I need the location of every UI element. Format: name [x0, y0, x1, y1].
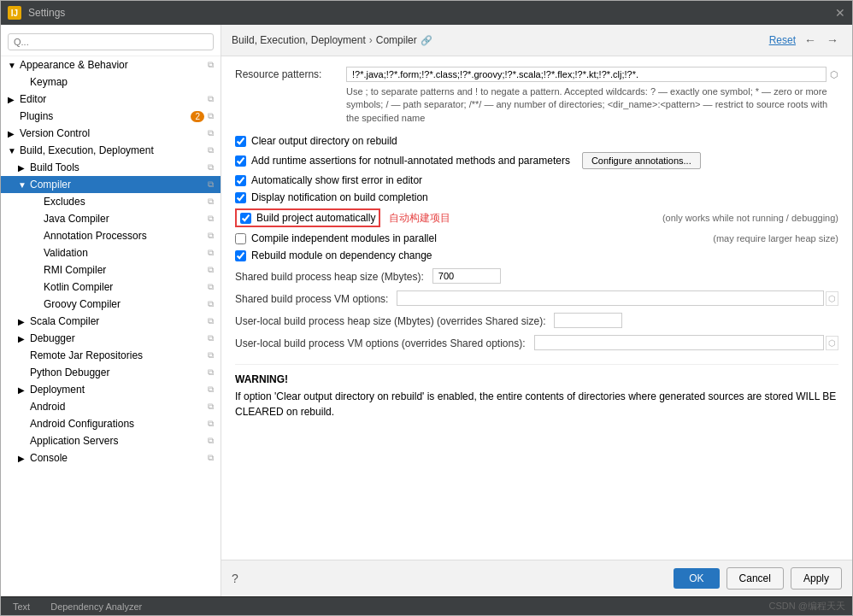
compile-parallel-note: (may require larger heap size) [696, 233, 838, 243]
arrow-icon: ▶ [18, 163, 28, 173]
expand-icon[interactable]: ⬡ [830, 69, 838, 80]
sidebar-item-label: Validation [44, 247, 88, 259]
sidebar-item-excludes[interactable]: Excludes ⧉ [1, 193, 221, 210]
sidebar: ▼ Appearance & Behavior ⧉ Keymap ▶ Edito… [1, 25, 221, 596]
arrow-icon: ▶ [18, 454, 28, 463]
compile-parallel-container: Compile independent modules in parallel … [235, 232, 838, 244]
reset-button[interactable]: Reset [764, 32, 801, 48]
arrow-icon: ▶ [18, 385, 28, 395]
clear-output-label[interactable]: Clear output directory on rebuild [251, 135, 397, 147]
sidebar-item-annotation-processors[interactable]: Annotation Processors ⧉ [1, 227, 221, 244]
resource-patterns-row: Resource patterns: ⬡ Use ; to separate p… [235, 67, 838, 128]
heap-size-row: Shared build process heap size (Mbytes): [235, 268, 838, 284]
compile-parallel-checkbox[interactable] [235, 233, 246, 244]
sidebar-item-rmi-compiler[interactable]: RMI Compiler ⧉ [1, 261, 221, 279]
ext-icon: ⧉ [208, 265, 214, 275]
build-auto-checkbox[interactable] [240, 213, 251, 224]
forward-button[interactable]: → [823, 32, 842, 49]
sidebar-item-build-exec-deploy[interactable]: ▼ Build, Execution, Deployment ⧉ [1, 142, 221, 159]
sidebar-item-label: Remote Jar Repositories [30, 349, 143, 361]
help-icon[interactable]: ? [232, 572, 238, 585]
sidebar-item-label: Annotation Processors [44, 230, 147, 242]
search-input[interactable] [8, 33, 214, 50]
sidebar-item-app-servers[interactable]: Application Servers ⧉ [1, 432, 221, 449]
nav-buttons: ← → [801, 32, 842, 49]
cancel-button[interactable]: Cancel [727, 567, 784, 590]
status-tab-dependency[interactable]: Dependency Analyzer [45, 600, 147, 613]
rebuild-module-label[interactable]: Rebuild module on dependency change [251, 249, 432, 261]
main-header: Build, Execution, Deployment › Compiler … [221, 25, 852, 56]
back-button[interactable]: ← [801, 32, 820, 49]
sidebar-item-editor[interactable]: ▶ Editor ⧉ [1, 91, 221, 108]
build-auto-annotation: 自动构建项目 [389, 211, 450, 226]
sidebar-item-android[interactable]: Android ⧉ [1, 398, 221, 415]
ext-icon: ⧉ [208, 197, 214, 207]
sidebar-item-compiler[interactable]: ▼ Compiler ⧉ [1, 176, 221, 193]
sidebar-item-console[interactable]: ▶ Console ⧉ [1, 449, 221, 466]
plugins-badge: 2 [191, 111, 204, 122]
sidebar-item-plugins[interactable]: Plugins 2 ⧉ [1, 108, 221, 125]
main-content: Resource patterns: ⬡ Use ; to separate p… [221, 56, 852, 560]
breadcrumb-current: Compiler [376, 34, 417, 46]
warning-box: WARNING! If option 'Clear output directo… [235, 364, 838, 428]
sidebar-item-groovy-compiler[interactable]: Groovy Compiler ⧉ [1, 296, 221, 313]
sidebar-item-label: Console [30, 452, 68, 464]
ext-icon: ⧉ [208, 128, 214, 138]
ext-icon: ⧉ [208, 453, 214, 463]
arrow-icon: ▶ [18, 334, 28, 343]
heap-size-input[interactable] [432, 268, 501, 284]
sidebar-item-android-config[interactable]: Android Configurations ⧉ [1, 415, 221, 432]
sidebar-item-python-debugger[interactable]: Python Debugger ⧉ [1, 364, 221, 381]
sidebar-item-deployment[interactable]: ▶ Deployment ⧉ [1, 381, 221, 398]
ok-button[interactable]: OK [674, 568, 719, 589]
vm-options-row: Shared build process VM options: ⬡ [235, 290, 838, 306]
sidebar-item-validation[interactable]: Validation ⧉ [1, 244, 221, 261]
sidebar-item-version-control[interactable]: ▶ Version Control ⧉ [1, 125, 221, 142]
sidebar-item-remote-jar-repos[interactable]: Remote Jar Repositories ⧉ [1, 347, 221, 364]
build-auto-label[interactable]: Build project automatically [256, 212, 375, 224]
sidebar-item-label: Python Debugger [30, 367, 109, 378]
ext-icon: ⧉ [208, 248, 214, 258]
expand-user-vm-icon[interactable]: ⬡ [826, 336, 838, 350]
arrow-icon: ▶ [18, 317, 28, 326]
compile-parallel-label[interactable]: Compile independent modules in parallel [251, 232, 437, 244]
settings-window: IJ Settings ✕ ▼ Appearance & Behavior ⧉ … [0, 0, 853, 616]
arrow-icon: ▼ [8, 146, 18, 155]
close-button[interactable]: ✕ [835, 6, 845, 20]
sidebar-item-debugger[interactable]: ▶ Debugger ⧉ [1, 330, 221, 347]
sidebar-item-label: Appearance & Behavior [20, 59, 128, 71]
apply-button[interactable]: Apply [791, 567, 842, 590]
sidebar-item-build-tools[interactable]: ▶ Build Tools ⧉ [1, 159, 221, 176]
configure-annotations-button[interactable]: Configure annotations... [582, 152, 701, 169]
sidebar-item-label: Version Control [20, 127, 90, 139]
sidebar-item-appearance-behavior[interactable]: ▼ Appearance & Behavior ⧉ [1, 56, 221, 73]
ext-icon: ⧉ [208, 419, 214, 429]
rebuild-module-checkbox[interactable] [235, 250, 246, 261]
user-vm-input[interactable] [534, 335, 825, 350]
auto-show-error-checkbox[interactable] [235, 175, 246, 186]
clear-output-checkbox[interactable] [235, 136, 246, 147]
sidebar-item-label: Java Compiler [44, 213, 109, 225]
vm-options-input[interactable] [397, 290, 824, 306]
display-notification-row: Display notification on build completion [235, 191, 838, 203]
ext-icon: ⧉ [208, 94, 214, 104]
sidebar-item-label: RMI Compiler [44, 264, 106, 276]
expand-vm-icon[interactable]: ⬡ [826, 291, 838, 306]
user-heap-input[interactable] [554, 313, 622, 328]
resource-patterns-input[interactable] [346, 67, 827, 82]
add-runtime-label[interactable]: Add runtime assertions for notnull-annot… [251, 155, 570, 167]
auto-show-error-label[interactable]: Automatically show first error in editor [251, 174, 422, 186]
sidebar-item-java-compiler[interactable]: Java Compiler ⧉ [1, 210, 221, 227]
user-vm-label: User-local build process VM options (ove… [235, 336, 534, 349]
display-notification-label[interactable]: Display notification on build completion [251, 191, 428, 203]
arrow-icon: ▼ [8, 61, 18, 70]
sidebar-item-kotlin-compiler[interactable]: Kotlin Compiler ⧉ [1, 279, 221, 296]
add-runtime-checkbox[interactable] [235, 155, 246, 167]
sidebar-item-label: Kotlin Compiler [44, 281, 113, 293]
display-notification-checkbox[interactable] [235, 192, 246, 203]
ext-icon: ⧉ [208, 162, 214, 173]
breadcrumb: Build, Execution, Deployment › Compiler … [232, 34, 764, 46]
status-tab-text[interactable]: Text [8, 600, 35, 613]
sidebar-item-keymap[interactable]: Keymap [1, 73, 221, 91]
sidebar-item-scala-compiler[interactable]: ▶ Scala Compiler ⧉ [1, 313, 221, 330]
